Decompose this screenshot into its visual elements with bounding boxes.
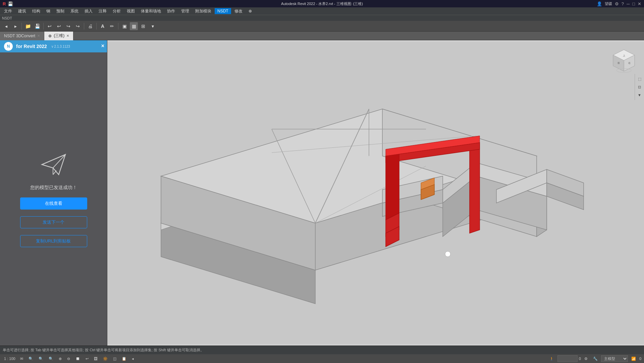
settings-icon[interactable]: ⚙: [615, 1, 619, 6]
viewcube[interactable]: 上 右 前: [610, 47, 637, 74]
menu-manage[interactable]: 管理: [178, 8, 192, 15]
bt-icon11[interactable]: ◫: [111, 355, 118, 362]
tab-3d-close[interactable]: ✕: [66, 34, 69, 38]
toolbar-undo2[interactable]: ↩: [55, 22, 63, 30]
toolbar-redo[interactable]: ↪: [64, 22, 72, 30]
menu-nsdt[interactable]: NSDT: [215, 8, 231, 14]
send-next-button[interactable]: 发送下一个: [20, 216, 87, 228]
toolbar-save[interactable]: 💾: [33, 22, 41, 30]
svg-text:前: 前: [618, 62, 620, 64]
bt-icon8[interactable]: ↩: [84, 355, 91, 362]
svg-line-3: [53, 171, 56, 175]
tab-bar: NSDT 3DConvert ✕ ⊕ (三维) ✕: [0, 32, 644, 40]
panel-title: for Revit 2022: [16, 44, 47, 49]
menu-massing[interactable]: 体量和场地: [138, 8, 164, 15]
title-bar: R 💾 Autodesk Revit 2022 - 水养2.rvt - 三维视图…: [0, 0, 644, 7]
toolbar-sep-1: [21, 23, 22, 30]
panel-close-button[interactable]: ×: [101, 43, 104, 49]
menu-collaborate[interactable]: 协作: [164, 8, 178, 15]
paper-plane-icon: [40, 151, 67, 178]
bt-icon9[interactable]: 🖼: [92, 355, 100, 362]
bt-icon3[interactable]: 🔍: [37, 355, 45, 362]
menu-modify[interactable]: 修改: [232, 8, 245, 15]
toolbar-print[interactable]: 🖨: [86, 22, 94, 30]
menu-insert[interactable]: 插入: [82, 8, 95, 15]
toolbar-sep-3: [84, 23, 84, 30]
bt-icon5[interactable]: ⊕: [57, 355, 64, 362]
toolbar-back[interactable]: ◂: [2, 22, 10, 30]
rt-zoom-region[interactable]: ⬚: [636, 75, 643, 83]
bt-icon1[interactable]: ✉: [18, 355, 25, 362]
toolbar-redo2[interactable]: ↪: [74, 22, 82, 30]
rt-zoom-fit[interactable]: ⊡: [636, 83, 643, 91]
tab-nsdt-close[interactable]: ✕: [37, 34, 40, 38]
view-online-button[interactable]: 在线查看: [20, 197, 87, 210]
svg-point-37: [445, 252, 450, 257]
copy-url-button[interactable]: 复制URL到剪贴板: [20, 235, 87, 247]
panel-header: N for Revit 2022 v 2.1.3.1123: [0, 40, 107, 52]
bt-icon7[interactable]: 🔲: [73, 355, 82, 362]
bt-icon4[interactable]: 🔍: [47, 355, 55, 362]
menu-view[interactable]: 视图: [124, 8, 138, 15]
title-left: R 💾: [3, 1, 13, 6]
scale-display: 1 : 100: [3, 357, 17, 361]
rt-zoom-out[interactable]: ▼: [636, 91, 643, 99]
menu-precast[interactable]: 预制: [54, 8, 67, 15]
window-title: Autodesk Revit 2022 - 水养2.rvt - 三维视图: (三…: [281, 1, 363, 6]
tab-3d-label: (三维): [54, 33, 64, 39]
toolbar-select[interactable]: ▣: [120, 22, 128, 30]
toolbar-text[interactable]: A: [99, 22, 107, 30]
toolbar-sep-5: [118, 23, 118, 30]
quick-access: 💾: [8, 1, 13, 6]
bt-icon12[interactable]: 📋: [120, 355, 128, 362]
status-bar: 单击可进行选择; 按 Tab 键并单击可选择其他项目; 按 Ctrl 键并单击可…: [0, 346, 644, 354]
menu-structure[interactable]: 结构: [30, 8, 43, 15]
user-icon: 👤: [597, 1, 602, 6]
right-toolbar: ⬚ ⊡ ▼: [635, 74, 644, 100]
menu-file[interactable]: 文件: [1, 8, 15, 15]
menu-addins[interactable]: 附加模块: [193, 8, 214, 15]
help-icon[interactable]: ?: [622, 1, 624, 6]
toolbar-open[interactable]: 📁: [24, 22, 32, 30]
toolbar-sep-4: [96, 23, 97, 30]
viewcube-svg: 上 右 前: [610, 47, 637, 74]
close-btn[interactable]: ✕: [638, 1, 641, 6]
bt-icon10[interactable]: 🔆: [101, 355, 110, 362]
panel-logo: N: [4, 42, 13, 51]
toolbar-forward[interactable]: ▸: [11, 22, 19, 30]
bt-icon13[interactable]: ◂: [130, 355, 136, 362]
success-message: 您的模型已发送成功！: [30, 185, 77, 191]
tab-3d[interactable]: ⊕ (三维) ✕: [44, 32, 73, 40]
maximize-btn[interactable]: □: [632, 1, 635, 6]
bt-icon2[interactable]: 🔍: [26, 355, 35, 362]
bt-icon6[interactable]: ⊖: [65, 355, 72, 362]
toolbar-undo[interactable]: ↩: [46, 22, 54, 30]
menu-systems[interactable]: 系统: [68, 8, 81, 15]
minimize-btn[interactable]: ─: [627, 1, 630, 6]
view-search-input[interactable]: [557, 355, 578, 362]
bt-signal-icon[interactable]: 📶: [629, 355, 638, 362]
viewport: 上 右 前 ⬚ ⊡ ▼: [107, 40, 644, 346]
menu-steel[interactable]: 钢: [44, 8, 53, 15]
toolbar-measure[interactable]: ✏: [108, 22, 116, 30]
menu-analyze[interactable]: 分析: [110, 8, 123, 15]
view-type-select[interactable]: 主模型: [601, 355, 628, 362]
menu-bar: 文件 建筑 结构 钢 预制 系统 插入 注释 分析 视图 体量和场地 协作 管理…: [0, 7, 644, 15]
bt-person-icon[interactable]: 🚶: [547, 355, 556, 362]
breadcrumb: NSDT: [2, 16, 12, 20]
bt-settings2[interactable]: 🔧: [591, 355, 600, 362]
menu-add[interactable]: ⊕: [246, 8, 255, 14]
angle-display: 0: [579, 357, 581, 361]
tab-nsdt[interactable]: NSDT 3DConvert ✕: [0, 32, 44, 40]
breadcrumb-bar: NSDT: [0, 15, 644, 21]
tab-nsdt-label: NSDT 3DConvert: [4, 34, 35, 38]
bt-settings1[interactable]: ⚙: [582, 355, 590, 362]
toolbar: ◂ ▸ 📁 💾 ↩ ↩ ↪ ↪ 🖨 A ✏ ▣ ▦ ⊞ ▾: [0, 21, 644, 32]
toolbar-more[interactable]: ▾: [149, 22, 157, 30]
menu-architecture[interactable]: 建筑: [15, 8, 29, 15]
menu-annotate[interactable]: 注释: [96, 8, 109, 15]
username: 望疆: [605, 1, 612, 6]
toolbar-grid[interactable]: ⊞: [139, 22, 147, 30]
toolbar-sep-2: [43, 23, 44, 30]
toolbar-view[interactable]: ▦: [130, 22, 138, 30]
